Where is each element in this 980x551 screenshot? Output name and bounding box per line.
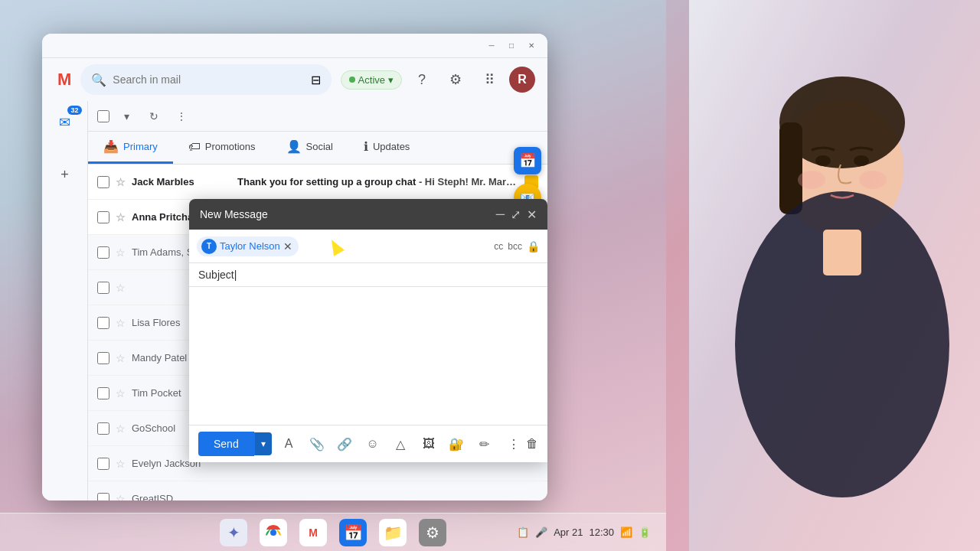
social-icon: 👤 [286, 139, 302, 154]
mail-checkbox[interactable] [97, 282, 109, 294]
refresh-icon[interactable]: ↻ [143, 106, 165, 127]
tab-social[interactable]: 👤 Social [271, 132, 348, 164]
clock-time: 12:30 [589, 527, 614, 538]
mail-checkbox[interactable] [97, 458, 109, 470]
active-badge[interactable]: Active ▾ [341, 70, 402, 90]
compose-title: New Message [200, 208, 268, 220]
promotions-icon: 🏷 [188, 140, 201, 154]
bcc-button[interactable]: bcc [508, 240, 522, 253]
taskbar-settings-icon[interactable]: ⚙ [419, 519, 446, 546]
compose-body[interactable] [189, 287, 547, 425]
star-icon[interactable]: ☆ [116, 422, 126, 435]
mail-subject: Thank you for setting up a group chat [237, 176, 416, 187]
compose-subject-row[interactable] [189, 263, 547, 287]
svg-rect-7 [823, 230, 861, 276]
help-button[interactable]: ? [408, 66, 436, 93]
mail-item[interactable]: ☆ Jack Marbles Thank you for setting up … [88, 165, 547, 200]
star-icon[interactable]: ☆ [116, 211, 126, 223]
filter-icon[interactable]: ⊟ [311, 73, 321, 87]
mail-checkbox[interactable] [97, 176, 109, 188]
drive-icon[interactable]: △ [390, 432, 412, 456]
mail-checkbox[interactable] [97, 246, 109, 259]
compose-minimize-button[interactable]: ─ [496, 207, 505, 222]
mail-checkbox[interactable] [97, 422, 109, 435]
maximize-button[interactable]: □ [505, 39, 518, 53]
mail-checkbox[interactable] [97, 211, 109, 223]
taskbar-assistant-icon[interactable]: ✦ [220, 519, 247, 546]
star-icon[interactable]: ☆ [116, 387, 126, 399]
emoji-icon[interactable]: ☺ [361, 432, 384, 456]
star-icon[interactable]: ☆ [116, 176, 126, 188]
tab-promotions[interactable]: 🏷 Promotions [173, 132, 271, 164]
gmail-logo: M [57, 70, 71, 90]
svg-point-1 [270, 530, 276, 536]
apps-button[interactable]: ⠿ [475, 66, 503, 93]
text-format-icon[interactable]: A [278, 432, 300, 456]
select-chevron-icon[interactable]: ▾ [116, 106, 137, 127]
compose-close-button[interactable]: ✕ [527, 207, 537, 222]
tab-updates[interactable]: ℹ Updates [348, 132, 425, 164]
close-button[interactable]: ✕ [524, 39, 538, 53]
star-icon[interactable]: ☆ [116, 317, 126, 329]
mail-checkbox[interactable] [97, 317, 109, 329]
send-btn-group: Send ▾ [198, 432, 272, 456]
mail-checkbox[interactable] [97, 352, 109, 364]
star-icon[interactable]: ☆ [116, 493, 126, 501]
signature-icon[interactable]: ✏ [473, 432, 495, 456]
compose-expand-button[interactable]: ⤢ [511, 207, 521, 222]
recipient-avatar: T [201, 239, 217, 254]
compose-more-button[interactable]: ⋮ [508, 437, 520, 452]
remove-recipient-button[interactable]: ✕ [283, 240, 292, 253]
tab-social-label: Social [306, 141, 333, 152]
star-icon[interactable]: ☆ [116, 246, 126, 259]
svg-point-9 [854, 155, 869, 166]
photo-icon[interactable]: 🖼 [417, 432, 439, 456]
search-input[interactable] [113, 73, 304, 86]
taskbar-files-icon[interactable]: 📁 [379, 519, 407, 546]
account-avatar[interactable]: R [509, 67, 535, 93]
header-icons: Active ▾ ? ⚙ ⠿ R [341, 66, 535, 93]
taskbar-gmail-icon[interactable]: M [299, 519, 327, 546]
more-options-icon[interactable]: ⋮ [171, 106, 192, 127]
select-all-checkbox[interactable] [97, 110, 109, 122]
star-icon[interactable]: ☆ [116, 282, 126, 294]
send-dropdown-button[interactable]: ▾ [254, 432, 272, 455]
search-bar[interactable]: 🔍 ⊟ [80, 64, 331, 95]
sidebar-add-icon[interactable]: + [50, 159, 80, 190]
tab-primary[interactable]: 📥 Primary [88, 132, 173, 164]
star-icon[interactable]: ☆ [116, 352, 126, 364]
active-label: Active [358, 74, 385, 86]
taskbar-calendar-icon[interactable]: 📅 [339, 519, 367, 546]
link-icon[interactable]: 🔗 [334, 432, 356, 456]
attach-icon[interactable]: 📎 [305, 432, 328, 456]
mail-checkbox[interactable] [97, 493, 109, 501]
send-button[interactable]: Send [198, 432, 254, 456]
sidebar-mail-icon[interactable]: ✉ 32 [50, 107, 80, 138]
calendar-fab[interactable]: 📅 [514, 147, 541, 174]
gmail-header: M 🔍 ⊟ Active ▾ ? ⚙ ⠿ R [42, 58, 547, 101]
star-icon[interactable]: ☆ [116, 458, 126, 470]
taskbar: ✦ M 📅 📁 ⚙ 📋 🎤 Apr 21 12:30 📶 🔋 [0, 513, 666, 551]
taskbar-chrome-icon[interactable] [260, 519, 287, 546]
compose-delete-button[interactable]: 🗑 [526, 437, 538, 451]
mail-item[interactable]: ☆ GreatISD [88, 481, 547, 500]
cc-button[interactable]: cc [494, 240, 503, 253]
lock-icon: 🔒 [527, 240, 540, 253]
taskbar-clipboard-icon: 📋 [517, 527, 529, 538]
mail-checkbox[interactable] [97, 387, 109, 399]
compose-header: New Message ─ ⤢ ✕ [189, 199, 547, 230]
unread-badge: 32 [67, 106, 81, 115]
clock-date: Apr 21 [554, 527, 583, 538]
updates-icon: ℹ [364, 139, 368, 154]
compose-to-row[interactable]: T Taylor Nelson ✕ cc bcc 🔒 [189, 230, 547, 263]
settings-button[interactable]: ⚙ [442, 66, 469, 93]
svg-point-11 [859, 171, 887, 189]
lock-icon[interactable]: 🔐 [446, 432, 468, 456]
compose-subject-input[interactable] [198, 269, 538, 281]
compose-window: New Message ─ ⤢ ✕ T Taylor Nelson ✕ cc b… [189, 199, 547, 462]
tab-updates-label: Updates [373, 141, 410, 152]
wifi-icon: 📶 [620, 527, 632, 538]
sidebar: ✉ 32 + [42, 101, 88, 500]
active-dot [349, 77, 355, 83]
minimize-button[interactable]: ─ [485, 39, 498, 53]
